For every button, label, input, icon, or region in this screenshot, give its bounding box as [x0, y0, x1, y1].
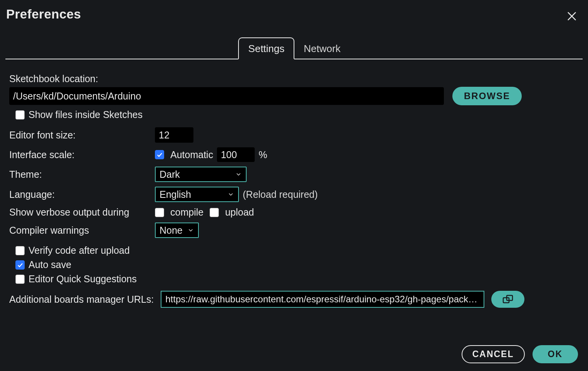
quick-suggestions-checkbox[interactable] [15, 275, 25, 284]
verify-after-upload-label: Verify code after upload [29, 245, 130, 256]
scale-value-input[interactable] [217, 147, 255, 162]
warnings-select[interactable]: None [155, 223, 199, 238]
browse-button[interactable]: BROWSE [452, 87, 522, 105]
tab-bar: Settings Network [5, 39, 583, 59]
theme-select[interactable]: Dark [155, 167, 247, 182]
tab-network[interactable]: Network [294, 38, 349, 59]
chevron-down-icon [187, 227, 194, 234]
preferences-dialog: Preferences Settings Network Sketchbook … [0, 0, 588, 371]
open-urls-dialog-button[interactable] [491, 291, 524, 308]
warnings-value: None [160, 225, 183, 236]
close-button[interactable] [566, 10, 578, 24]
verbose-compile-checkbox[interactable] [155, 208, 164, 217]
quick-suggestions-label: Editor Quick Suggestions [29, 273, 137, 285]
theme-label: Theme: [9, 169, 42, 180]
boards-urls-label: Additional boards manager URLs: [9, 294, 154, 305]
tab-settings[interactable]: Settings [238, 37, 294, 59]
verbose-label: Show verbose output during [9, 207, 129, 218]
ok-button[interactable]: OK [533, 345, 578, 363]
settings-form: Sketchbook location: BROWSE Show files i… [5, 59, 583, 308]
auto-save-checkbox[interactable] [15, 260, 25, 270]
language-label: Language: [9, 189, 55, 200]
scale-auto-checkbox[interactable] [155, 150, 164, 159]
font-size-label: Editor font size: [9, 130, 76, 140]
theme-value: Dark [160, 169, 180, 180]
open-dialog-icon [502, 294, 514, 304]
scale-auto-label: Automatic [170, 149, 213, 160]
verbose-upload-checkbox[interactable] [210, 208, 219, 217]
language-value: English [160, 189, 191, 200]
scale-percent: % [259, 149, 267, 160]
dialog-footer: CANCEL OK [462, 345, 578, 363]
dialog-title: Preferences [5, 7, 583, 22]
verbose-compile-label: compile [170, 207, 203, 218]
reload-note: (Reload required) [243, 189, 318, 200]
auto-save-label: Auto save [29, 259, 71, 270]
sketchbook-label: Sketchbook location: [9, 73, 98, 84]
verify-after-upload-checkbox[interactable] [15, 246, 25, 255]
boards-urls-input[interactable] [161, 291, 484, 308]
verbose-upload-label: upload [225, 207, 254, 218]
cancel-button[interactable]: CANCEL [462, 345, 525, 363]
chevron-down-icon [227, 191, 234, 198]
chevron-down-icon [235, 171, 242, 178]
language-select[interactable]: English [155, 187, 239, 202]
show-files-label: Show files inside Sketches [29, 109, 143, 120]
interface-scale-label: Interface scale: [9, 149, 75, 160]
font-size-input[interactable] [155, 127, 193, 143]
warnings-label: Compiler warnings [9, 225, 89, 236]
sketchbook-path-input[interactable] [9, 87, 444, 105]
show-files-checkbox[interactable] [15, 110, 25, 120]
